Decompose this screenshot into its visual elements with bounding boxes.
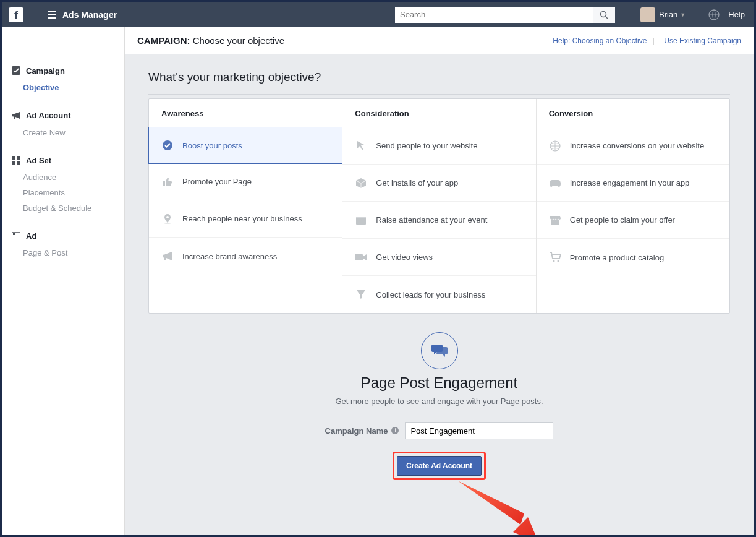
content: What's your marketing objective? Awarene… — [125, 54, 754, 505]
checkmark-circle-icon — [161, 139, 174, 152]
svg-rect-13 — [356, 217, 366, 218]
sidebar-item-budget[interactable]: Budget & Schedule — [23, 201, 116, 217]
help-objective-link[interactable]: Help: Choosing an Objective — [553, 37, 647, 45]
summary-title: Page Post Engagement — [148, 374, 730, 392]
svg-point-16 — [553, 260, 554, 262]
svg-point-0 — [600, 11, 606, 17]
objective-website-clicks[interactable]: Send people to your website — [342, 127, 535, 165]
svg-rect-6 — [17, 161, 20, 165]
search-input[interactable] — [395, 7, 593, 23]
create-ad-account-button[interactable]: Create Ad Account — [397, 456, 482, 476]
megaphone-icon — [161, 250, 174, 262]
objective-offer-claims[interactable]: Get people to claim your offer — [537, 202, 729, 239]
use-existing-link[interactable]: Use Existing Campaign — [664, 37, 741, 45]
box-icon — [355, 177, 367, 189]
svg-rect-14 — [355, 254, 363, 260]
svg-rect-8 — [13, 233, 15, 235]
menu-icon[interactable] — [48, 11, 56, 19]
cursor-icon — [355, 140, 367, 152]
globe-icon[interactable] — [708, 9, 720, 20]
search-wrap — [395, 7, 615, 23]
campaign-name-label: Campaign Name — [325, 426, 388, 436]
page-header: CAMPAIGN: Choose your objective Help: Ch… — [125, 27, 754, 54]
objective-summary: Page Post Engagement Get more people to … — [148, 332, 730, 480]
page-title: CAMPAIGN: Choose your objective — [137, 35, 284, 46]
main: CAMPAIGN: Choose your objective Help: Ch… — [125, 27, 754, 535]
divider — [148, 94, 730, 95]
sidebar-head-adset[interactable]: Ad Set — [11, 155, 116, 165]
funnel-icon — [355, 288, 367, 301]
divider — [634, 8, 634, 22]
objective-app-engagement[interactable]: Increase engagement in your app — [537, 165, 729, 202]
sidebar-head-adaccount[interactable]: Ad Account — [11, 111, 116, 121]
user-name[interactable]: Brian — [659, 10, 677, 19]
sidebar-section-ad: Ad Page & Post — [2, 222, 124, 267]
chevron-down-icon[interactable]: ▼ — [680, 12, 686, 18]
sidebar-item-objective[interactable]: Objective — [23, 80, 116, 96]
objective-video-views[interactable]: Get video views — [342, 239, 535, 276]
objective-lead-gen[interactable]: Collect leads for your business — [342, 276, 535, 313]
column-header: Conversion — [537, 99, 729, 127]
objective-website-conversions[interactable]: Increase conversions on your website — [537, 127, 729, 165]
svg-point-17 — [557, 260, 559, 262]
column-awareness: Awareness Boost your posts Promote your … — [149, 99, 342, 313]
objective-app-installs[interactable]: Get installs of your app — [342, 165, 535, 202]
location-icon — [161, 213, 174, 225]
campaign-name-row: Campaign Name i — [325, 422, 554, 439]
campaign-name-input[interactable] — [405, 422, 553, 439]
globe-grid-icon — [549, 140, 561, 152]
calendar-icon — [355, 214, 367, 226]
sidebar-item-audience[interactable]: Audience — [23, 170, 116, 186]
sidebar-label: Campaign — [26, 66, 65, 75]
column-header: Consideration — [342, 99, 535, 127]
search-button[interactable] — [593, 7, 615, 23]
divider — [702, 8, 702, 22]
topbar: f Ads Manager Brian ▼ Help — [2, 2, 754, 27]
sidebar-head-campaign[interactable]: Campaign — [11, 66, 116, 75]
objective-reach-nearby[interactable]: Reach people near your business — [149, 200, 342, 238]
app-window: f Ads Manager Brian ▼ Help Campaign — [2, 2, 754, 535]
objective-event-attendance[interactable]: Raise attendance at your event — [342, 202, 535, 239]
svg-rect-5 — [12, 161, 15, 165]
sidebar-item-createnew[interactable]: Create New — [23, 126, 116, 141]
svg-rect-4 — [17, 156, 20, 160]
gamepad-icon — [549, 177, 561, 189]
avatar[interactable] — [640, 7, 655, 22]
store-icon — [549, 214, 561, 226]
column-header: Awareness — [149, 99, 342, 127]
cart-icon — [549, 251, 561, 264]
like-icon — [161, 176, 174, 188]
objective-product-catalog[interactable]: Promote a product catalog — [537, 239, 729, 276]
column-conversion: Conversion Increase conversions on your … — [537, 99, 729, 313]
sidebar-label: Ad Set — [26, 156, 51, 165]
sidebar-head-ad[interactable]: Ad — [11, 231, 116, 241]
objective-grid: Awareness Boost your posts Promote your … — [148, 98, 730, 314]
help-link[interactable]: Help — [728, 10, 745, 19]
facebook-logo[interactable]: f — [9, 7, 23, 22]
objective-question: What's your marketing objective? — [148, 71, 730, 84]
sidebar-section-adset: Ad Set Audience Placements Budget & Sche… — [2, 147, 124, 222]
grid-icon — [11, 155, 21, 165]
cta-highlight: Create Ad Account — [393, 452, 486, 480]
column-consideration: Consideration Send people to your websit… — [342, 99, 536, 313]
engagement-icon — [421, 332, 458, 369]
objective-boost-posts[interactable]: Boost your posts — [148, 127, 342, 164]
app-title: Ads Manager — [62, 10, 117, 20]
svg-rect-7 — [12, 232, 20, 239]
sidebar-item-pagepost[interactable]: Page & Post — [23, 246, 116, 261]
objective-brand-awareness[interactable]: Increase brand awareness — [149, 238, 342, 275]
svg-point-10 — [166, 216, 169, 218]
sidebar-item-placements[interactable]: Placements — [23, 186, 116, 201]
megaphone-icon — [11, 111, 21, 121]
svg-point-11 — [164, 223, 171, 224]
ad-icon — [11, 231, 21, 241]
video-icon — [355, 251, 367, 264]
objective-promote-page[interactable]: Promote your Page — [149, 163, 342, 200]
sidebar-label: Ad — [26, 231, 36, 241]
divider — [35, 8, 35, 22]
info-icon[interactable]: i — [391, 427, 399, 434]
search-icon — [600, 11, 608, 19]
sidebar: Campaign Objective Ad Account Create New — [2, 27, 125, 535]
summary-description: Get more people to see and engage with y… — [148, 397, 730, 406]
checkbox-checked-icon — [11, 66, 21, 75]
